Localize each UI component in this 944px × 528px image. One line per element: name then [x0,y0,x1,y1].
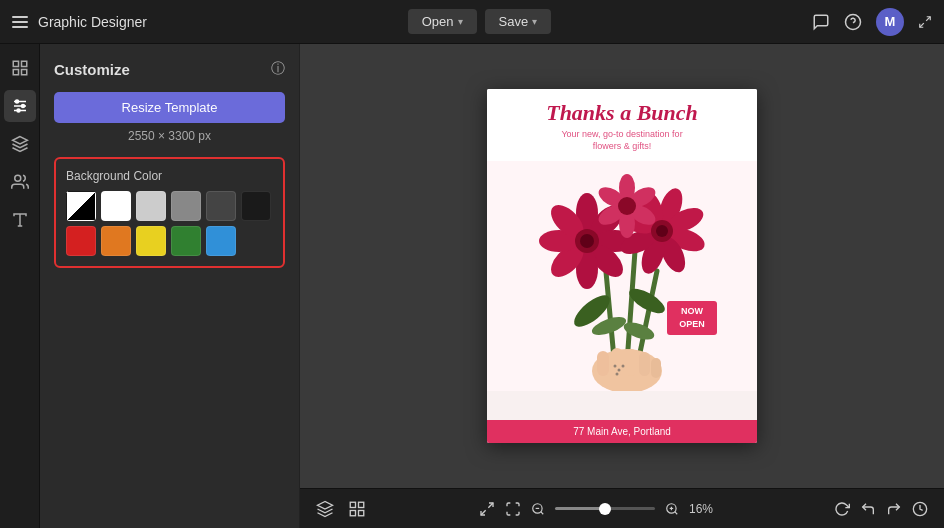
color-swatch-red[interactable] [66,226,96,256]
svg-rect-7 [21,70,26,75]
color-swatch-blue[interactable] [206,226,236,256]
bottom-right [834,501,928,517]
text-icon[interactable] [4,204,36,236]
svg-rect-54 [597,351,609,376]
color-swatch-green[interactable] [171,226,201,256]
history-icon[interactable] [912,501,928,517]
bottom-center: 16% [479,501,721,517]
bg-color-section: Background Color [54,157,285,268]
color-swatch-white-split[interactable] [66,191,96,221]
save-button[interactable]: Save ▾ [485,9,552,34]
canvas-area: Thanks a Bunch Your new, go-to destinati… [300,44,944,528]
zoom-percent: 16% [689,502,721,516]
svg-line-3 [920,23,924,27]
topbar: Graphic Designer Open ▾ Save ▾ M [0,0,944,44]
svg-marker-66 [318,501,333,509]
bottom-left [316,500,366,518]
svg-point-61 [622,364,625,367]
color-swatch-white[interactable] [101,191,131,221]
svg-rect-58 [651,358,661,378]
sidebar: Customize ⓘ Resize Template 2550 × 3300 … [40,44,300,528]
svg-point-35 [580,234,594,248]
color-row-2 [66,226,273,256]
design-subtitle: Your new, go-to destination for flowers … [497,129,747,152]
svg-point-60 [618,368,621,371]
resize-template-button[interactable]: Resize Template [54,92,285,123]
grid-bottom-icon[interactable] [348,500,366,518]
fit-screen-icon[interactable] [505,501,521,517]
topbar-right: M [812,8,932,36]
svg-point-45 [656,225,668,237]
topbar-left: Graphic Designer [12,14,147,30]
svg-line-77 [675,511,678,514]
svg-text:OPEN: OPEN [679,319,705,329]
svg-rect-70 [359,510,364,515]
redo-icon[interactable] [886,501,902,517]
people-icon[interactable] [4,166,36,198]
color-swatch-gray[interactable] [171,191,201,221]
svg-rect-69 [350,510,355,515]
design-title: Thanks a Bunch [497,101,747,125]
help-icon[interactable] [844,13,862,31]
flower-illustration: NOW OPEN [487,161,757,391]
app-title: Graphic Designer [38,14,147,30]
svg-rect-67 [350,502,355,507]
person-icon[interactable] [4,52,36,84]
fullscreen-icon[interactable] [479,501,495,517]
color-swatch-black[interactable] [241,191,271,221]
color-swatch-orange[interactable] [101,226,131,256]
svg-marker-14 [12,137,27,145]
svg-rect-5 [21,61,26,66]
svg-point-11 [15,100,18,103]
bottom-bar: 16% [300,488,944,528]
color-swatch-yellow[interactable] [136,226,166,256]
svg-line-71 [488,503,493,508]
chevron-down-icon: ▾ [532,16,537,27]
hamburger-icon[interactable] [12,16,28,28]
layers-bottom-icon[interactable] [316,500,334,518]
svg-rect-6 [13,70,18,75]
color-row-1 [66,191,273,221]
design-card: Thanks a Bunch Your new, go-to destinati… [487,89,757,443]
dimensions-label: 2550 × 3300 px [54,129,285,143]
svg-point-52 [618,197,636,215]
info-icon[interactable]: ⓘ [271,60,285,78]
svg-rect-56 [625,349,637,376]
design-top: Thanks a Bunch Your new, go-to destinati… [487,89,757,161]
svg-rect-68 [359,502,364,507]
svg-rect-57 [639,352,650,376]
design-address: 77 Main Ave, Portland [487,420,757,443]
svg-point-13 [17,109,20,112]
expand-icon[interactable] [918,15,932,29]
color-swatch-light-gray[interactable] [136,191,166,221]
avatar[interactable]: M [876,8,904,36]
zoom-slider[interactable] [555,507,655,510]
svg-line-2 [926,16,930,20]
main-area: Customize ⓘ Resize Template 2550 × 3300 … [0,44,944,528]
svg-point-59 [614,364,617,367]
svg-point-62 [616,372,619,375]
svg-line-74 [541,511,544,514]
layers-icon[interactable] [4,128,36,160]
svg-point-15 [14,175,20,181]
color-grid [66,191,273,256]
refresh-icon[interactable] [834,501,850,517]
zoom-out-icon[interactable] [531,502,545,516]
color-swatch-dark-gray[interactable] [206,191,236,221]
svg-line-72 [481,510,486,515]
zoom-in-icon[interactable] [665,502,679,516]
svg-point-12 [21,105,24,108]
design-image-area: NOW OPEN [487,161,757,420]
sidebar-header: Customize ⓘ [54,60,285,78]
canvas-workspace[interactable]: Thanks a Bunch Your new, go-to destinati… [300,44,944,488]
chat-icon[interactable] [812,13,830,31]
bg-color-label: Background Color [66,169,273,183]
icon-rail [0,44,40,528]
customize-icon[interactable] [4,90,36,122]
open-button[interactable]: Open ▾ [408,9,477,34]
svg-rect-55 [611,348,623,376]
topbar-center: Open ▾ Save ▾ [408,9,551,34]
undo-icon[interactable] [860,501,876,517]
chevron-down-icon: ▾ [458,16,463,27]
svg-rect-4 [13,61,18,66]
